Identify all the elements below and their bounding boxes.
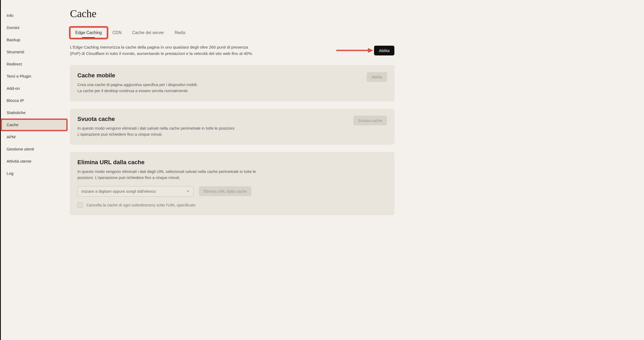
sidebar-item-label: Blocca IP [7, 98, 24, 103]
sidebar-item-domini[interactable]: Domini [1, 22, 67, 34]
svg-marker-1 [368, 48, 373, 53]
sidebar-item-label: Temi e Plugin [7, 74, 31, 78]
card-purge-url: Elimina URL dalla cache In questo modo v… [70, 152, 394, 215]
sidebar-item-label: Log [7, 171, 13, 176]
card-desc-line1: Crea una cache di pagina aggiuntiva spec… [77, 82, 198, 88]
checkbox-row: Cancella la cache di ogni sottodirectory… [77, 202, 387, 208]
card-head: Svuota cache In questo modo vengono elim… [77, 116, 387, 138]
tab-cdn[interactable]: CDN [107, 27, 127, 38]
chevron-down-icon [186, 189, 190, 193]
card-desc-line1: In questo modo vengono eliminati i dati … [77, 125, 235, 131]
card-clear-cache: Svuota cache In questo modo vengono elim… [70, 109, 394, 145]
select-placeholder: Iniziare a digitare oppure scegli dall'e… [81, 189, 156, 193]
clear-cache-button[interactable]: Svuota cache [353, 116, 387, 125]
purge-url-button[interactable]: Elimina URL dalla cache [199, 186, 251, 196]
sidebar-item-log[interactable]: Log [1, 167, 67, 180]
sidebar-item-info[interactable]: Info [1, 10, 67, 22]
sidebar-item-label: Strumenti [7, 50, 24, 54]
card-head: Cache mobile Crea una cache di pagina ag… [77, 72, 387, 94]
sidebar-item-label: Add-on [7, 86, 20, 91]
tab-cache-del-server[interactable]: Cache del server [127, 27, 169, 38]
sidebar-item-backup[interactable]: Backup [1, 34, 67, 46]
card-cache-mobile: Cache mobile Crea una cache di pagina ag… [70, 65, 394, 101]
sidebar-item-label: Statistiche [7, 110, 26, 115]
sidebar-item-label: Info [7, 13, 13, 18]
sidebar-item-label: APM [7, 135, 16, 139]
sidebar: Info Domini Backup Strumenti Redirect Te… [1, 0, 67, 340]
sidebar-item-statistiche[interactable]: Statistiche [1, 107, 67, 119]
card-body: Cache mobile Crea una cache di pagina ag… [77, 72, 198, 94]
subdirectory-checkbox[interactable] [77, 202, 83, 208]
intro-row: L'Edge Caching memorizza la cache della … [70, 44, 394, 57]
card-title: Elimina URL dalla cache [77, 159, 387, 166]
sidebar-item-label: Attività utente [7, 159, 31, 163]
enable-mobile-cache-button[interactable]: Abilita [367, 72, 387, 82]
sidebar-item-label: Backup [7, 37, 20, 42]
url-select[interactable]: Iniziare a digitare oppure scegli dall'e… [77, 186, 194, 197]
sidebar-item-addon[interactable]: Add-on [1, 82, 67, 95]
sidebar-item-apm[interactable]: APM [1, 131, 67, 143]
card-controls: Iniziare a digitare oppure scegli dall'e… [77, 186, 387, 197]
sidebar-item-attivita-utente[interactable]: Attività utente [1, 155, 67, 167]
checkbox-label: Cancella la cache di ogni sottodirectory… [86, 203, 195, 207]
tab-edge-caching[interactable]: Edge Caching [70, 27, 107, 38]
tab-label: Edge Caching [75, 30, 102, 35]
page-title: Cache [70, 7, 394, 20]
sidebar-item-redirect[interactable]: Redirect [1, 58, 67, 70]
tab-label: CDN [113, 30, 122, 35]
sidebar-item-blocca-ip[interactable]: Blocca IP [1, 95, 67, 107]
sidebar-item-cache[interactable]: Cache [1, 119, 67, 131]
arrow-annotation [336, 48, 373, 53]
tab-label: Redis [175, 30, 185, 35]
card-desc: In questo modo vengono eliminati i dati … [77, 168, 257, 181]
sidebar-item-label: Cache [7, 122, 18, 127]
tab-bar: Edge Caching CDN Cache del server Redis [70, 27, 394, 38]
app-root: Info Domini Backup Strumenti Redirect Te… [0, 0, 644, 340]
sidebar-item-label: Domini [7, 25, 19, 30]
card-desc-line2: La cache per il desktop continua a esser… [77, 88, 198, 94]
intro-text: L'Edge Caching memorizza la cache della … [70, 44, 255, 57]
sidebar-item-label: Gestione utenti [7, 147, 34, 151]
card-title: Cache mobile [77, 72, 198, 79]
tab-label: Cache del server [132, 30, 164, 35]
sidebar-item-strumenti[interactable]: Strumenti [1, 46, 67, 58]
tab-redis[interactable]: Redis [169, 27, 191, 38]
card-body: Svuota cache In questo modo vengono elim… [77, 116, 235, 138]
main-content: Cache Edge Caching CDN Cache del server … [67, 0, 400, 340]
enable-edge-caching-button[interactable]: Abilita [374, 46, 394, 55]
sidebar-item-label: Redirect [7, 62, 22, 66]
sidebar-item-gestione-utenti[interactable]: Gestione utenti [1, 143, 67, 155]
card-title: Svuota cache [77, 116, 235, 122]
sidebar-item-temi-plugin[interactable]: Temi e Plugin [1, 70, 67, 82]
card-desc-line2: L'operazione può richiedere fino a cinqu… [77, 131, 235, 137]
